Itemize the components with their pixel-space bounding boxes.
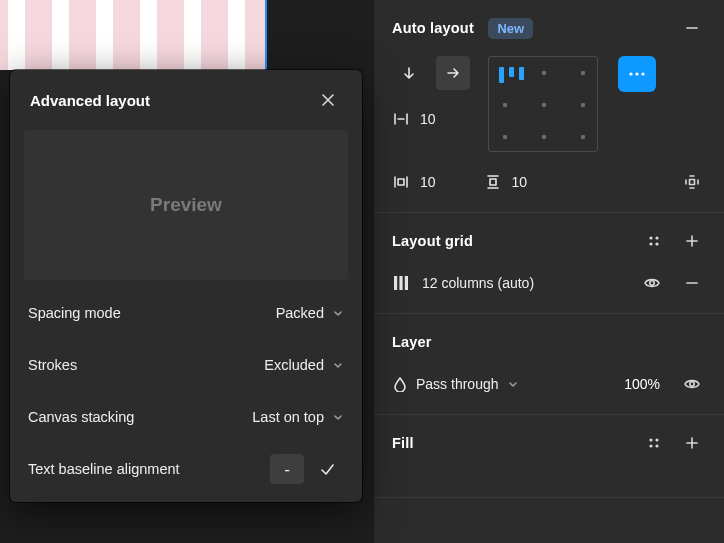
remove-auto-layout-button[interactable] <box>678 14 706 42</box>
align-top-left-indicator <box>499 67 524 83</box>
direction-horizontal-button[interactable] <box>436 56 470 90</box>
plus-icon <box>684 233 700 249</box>
chevron-down-icon <box>332 307 344 319</box>
plus-icon <box>684 435 700 451</box>
canvas-stacking-row: Canvas stacking Last on top <box>28 402 344 432</box>
styles-icon <box>647 234 661 248</box>
text-baseline-on-button[interactable] <box>310 454 344 484</box>
svg-point-9 <box>655 242 658 245</box>
layer-section: Layer Pass through 100% <box>374 314 724 415</box>
layout-grid-row[interactable]: 12 columns (auto) <box>392 269 706 297</box>
strokes-label: Strokes <box>28 357 77 373</box>
grid-styles-button[interactable] <box>640 227 668 255</box>
spacing-mode-label: Spacing mode <box>28 305 121 321</box>
section-title: Layout grid <box>392 233 473 249</box>
svg-point-7 <box>655 236 658 239</box>
toggle-layer-visibility-button[interactable] <box>678 370 706 398</box>
padding-vertical-field[interactable]: 10 <box>484 173 528 191</box>
close-icon[interactable] <box>314 86 342 114</box>
properties-sidebar: Auto layout New <box>373 0 724 543</box>
text-baseline-row: Text baseline alignment - <box>28 454 344 484</box>
opacity-field[interactable]: 100% <box>624 376 660 392</box>
svg-rect-5 <box>690 180 695 185</box>
padding-horizontal-icon <box>392 173 410 191</box>
auto-layout-more-button[interactable] <box>618 56 656 92</box>
spacing-mode-dropdown[interactable]: Packed <box>276 305 344 321</box>
droplet-icon <box>392 376 408 392</box>
eye-icon <box>643 274 661 292</box>
canvas-stacking-label: Canvas stacking <box>28 409 134 425</box>
fill-styles-button[interactable] <box>640 429 668 457</box>
svg-point-6 <box>649 236 652 239</box>
canvas[interactable]: Advanced layout Preview Spacing mode Pac… <box>0 0 373 543</box>
svg-point-0 <box>629 72 632 75</box>
advanced-layout-popover: Advanced layout Preview Spacing mode Pac… <box>10 70 362 502</box>
svg-point-8 <box>649 242 652 245</box>
gap-icon <box>392 110 410 128</box>
svg-point-16 <box>655 438 658 441</box>
preview-area: Preview <box>24 130 348 280</box>
arrow-down-icon <box>401 65 417 81</box>
chevron-down-icon <box>332 359 344 371</box>
text-baseline-off-button[interactable]: - <box>270 454 304 484</box>
canvas-frame[interactable] <box>0 0 266 70</box>
svg-rect-4 <box>490 179 496 185</box>
fill-section: Fill <box>374 415 724 498</box>
arrow-right-icon <box>445 65 461 81</box>
minus-icon <box>684 275 700 291</box>
strokes-dropdown[interactable]: Excluded <box>264 357 344 373</box>
padding-individual-icon <box>683 173 701 191</box>
svg-point-15 <box>649 438 652 441</box>
blend-mode-dropdown[interactable]: Pass through <box>392 376 614 392</box>
svg-point-17 <box>649 444 652 447</box>
text-baseline-label: Text baseline alignment <box>28 461 180 477</box>
direction-vertical-button[interactable] <box>392 56 426 90</box>
new-badge: New <box>488 18 533 39</box>
svg-point-14 <box>690 382 694 386</box>
ellipsis-icon <box>627 70 647 78</box>
auto-layout-section: Auto layout New <box>374 0 724 213</box>
section-title: Fill <box>392 435 414 451</box>
add-fill-button[interactable] <box>678 429 706 457</box>
svg-point-1 <box>635 72 638 75</box>
section-title: Layer <box>392 334 432 350</box>
styles-icon <box>647 436 661 450</box>
layout-grid-section: Layout grid 12 columns (auto) <box>374 213 724 314</box>
svg-rect-11 <box>399 276 402 290</box>
chevron-down-icon <box>507 378 519 390</box>
chevron-down-icon <box>332 411 344 423</box>
svg-point-2 <box>641 72 644 75</box>
gap-field[interactable]: 10 <box>392 104 470 134</box>
eye-icon <box>683 375 701 393</box>
canvas-stacking-dropdown[interactable]: Last on top <box>252 409 344 425</box>
spacing-mode-row: Spacing mode Packed <box>28 298 344 328</box>
columns-icon <box>392 274 410 292</box>
popover-title: Advanced layout <box>30 92 150 109</box>
alignment-grid[interactable] <box>488 56 598 152</box>
strokes-row: Strokes Excluded <box>28 350 344 380</box>
toggle-grid-visibility-button[interactable] <box>638 269 666 297</box>
padding-expand-button[interactable] <box>678 168 706 196</box>
svg-point-18 <box>655 444 658 447</box>
svg-rect-3 <box>398 179 404 185</box>
svg-rect-10 <box>394 276 397 290</box>
section-title: Auto layout <box>392 20 474 36</box>
remove-grid-button[interactable] <box>678 269 706 297</box>
padding-horizontal-field[interactable]: 10 <box>392 173 436 191</box>
svg-point-13 <box>650 281 654 285</box>
svg-rect-12 <box>405 276 408 290</box>
add-grid-button[interactable] <box>678 227 706 255</box>
grid-label: 12 columns (auto) <box>422 275 626 291</box>
padding-vertical-icon <box>484 173 502 191</box>
